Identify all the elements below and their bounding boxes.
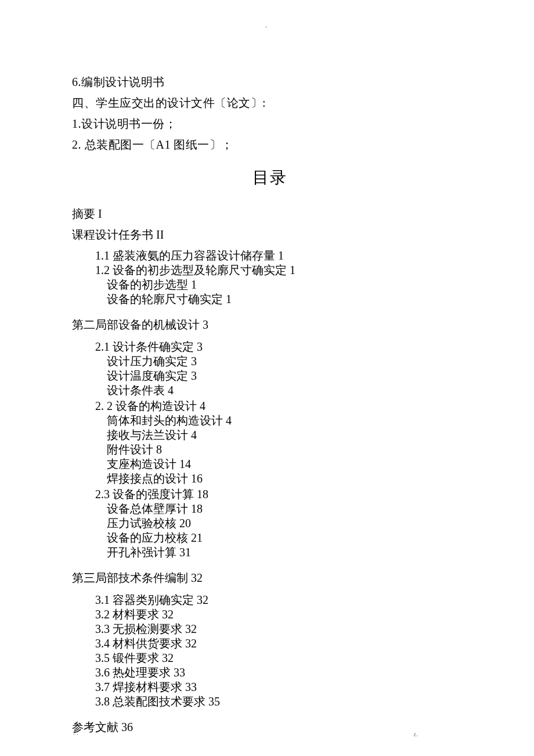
- toc-entry-1-2-1: 设备的初步选型 1: [107, 278, 467, 292]
- toc-entry-2-2-2: 接收与法兰设计 4: [107, 428, 467, 442]
- toc-refs: 参考文献 36: [72, 717, 467, 737]
- toc-entry-3-6: 3.6 热处理要求 33: [95, 665, 467, 680]
- toc-entry-2-2: 2. 2 设备的构造设计 4: [95, 399, 467, 413]
- toc-entry-3-1: 3.1 容器类别确实定 32: [95, 593, 467, 607]
- toc-entry-2-1-2: 设计温度确实定 3: [107, 369, 467, 383]
- toc-entry-3-7: 3.7 焊接材料要求 33: [95, 680, 467, 694]
- toc-entry-3-3: 3.3 无损检测要求 32: [95, 622, 467, 636]
- toc-entry-2-1: 2.1 设计条件确实定 3: [95, 340, 467, 354]
- toc-entry-3-8: 3.8 总装配图技术要求 35: [95, 694, 467, 709]
- toc-entry-3-4: 3.4 材料供货要求 32: [95, 636, 467, 651]
- toc-entry-2-2-4: 支座构造设计 14: [107, 457, 467, 471]
- page-body: 6.编制设计说明书 四、学生应交出的设计文件〔论文〕: 1.设计说明书一份； 2…: [0, 0, 534, 737]
- toc-title: 目录: [72, 167, 467, 189]
- toc-part3: 第三局部技术条件编制 32: [72, 567, 467, 588]
- toc-entry-2-1-1: 设计压力确实定 3: [107, 354, 467, 369]
- toc-entry-1-2: 1.2 设备的初步选型及轮廓尺寸确实定 1: [95, 263, 467, 278]
- toc-entry-3-2: 3.2 材料要求 32: [95, 607, 467, 622]
- toc-entry-2-3-2: 压力试验校核 20: [107, 516, 467, 531]
- toc-entry-1-2-2: 设备的轮廓尺寸确实定 1: [107, 292, 467, 307]
- toc-part2: 第二局部设备的机械设计 3: [72, 314, 467, 335]
- intro-item-1: 1.设计说明书一份；: [72, 113, 467, 134]
- toc-entry-2-3-4: 开孔补强计算 31: [107, 545, 467, 560]
- toc-entry-2-3: 2.3 设备的强度计算 18: [95, 487, 467, 502]
- intro-section-4: 四、学生应交出的设计文件〔论文〕:: [72, 92, 467, 113]
- intro-item-2: 2. 总装配图一〔A1 图纸一〕；: [72, 134, 467, 155]
- toc-entry-2-3-1: 设备总体壁厚计 18: [107, 502, 467, 516]
- footer-right: z.: [413, 730, 418, 737]
- toc-abstract: 摘要 I: [72, 203, 467, 224]
- toc-entry-2-3-3: 设备的应力校核 21: [107, 531, 467, 545]
- footer-left: . .: [73, 729, 78, 737]
- toc-taskbook: 课程设计任务书 II: [72, 224, 467, 245]
- toc-entry-2-2-5: 焊接接点的设计 16: [107, 471, 467, 486]
- toc-entry-2-1-3: 设计条件表 4: [107, 383, 467, 398]
- toc-entry-3-5: 3.5 锻件要求 32: [95, 651, 467, 665]
- toc-entry-2-2-3: 附件设计 8: [107, 442, 467, 457]
- toc-entry-1-1: 1.1 盛装液氨的压力容器设计储存量 1: [95, 249, 467, 263]
- intro-item-6: 6.编制设计说明书: [72, 71, 467, 92]
- header-mark: -: [265, 23, 267, 30]
- toc-entry-2-2-1: 筒体和封头的构造设计 4: [107, 413, 467, 428]
